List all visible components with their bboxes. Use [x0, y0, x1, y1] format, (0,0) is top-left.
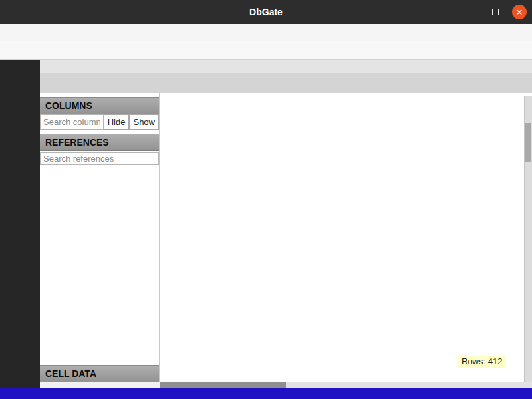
- columns-panel-header[interactable]: COLUMNS: [40, 97, 159, 114]
- window-controls: – ✕: [464, 0, 527, 24]
- references-panel-title: REFERENCES: [45, 137, 109, 148]
- rows-count-badge: Rows: 412: [458, 356, 506, 368]
- columns-panel-title: COLUMNS: [45, 100, 92, 111]
- status-bar: [0, 388, 532, 399]
- hide-button[interactable]: Hide: [104, 114, 130, 130]
- search-references-input[interactable]: [40, 152, 159, 165]
- vertical-scrollbar[interactable]: [524, 96, 532, 382]
- sidebar-icon-rail: [0, 60, 40, 388]
- vertical-scrollbar-thumb[interactable]: [525, 123, 531, 162]
- left-panel: COLUMNS Hide Show REFERENCES: [40, 93, 160, 382]
- title-bar: DbGate – ✕: [0, 0, 532, 24]
- dbgate-window: DbGate – ✕ COLUMNS Hide Show: [0, 0, 532, 399]
- maximize-icon[interactable]: [488, 5, 503, 19]
- horizontal-scrollbar[interactable]: [160, 382, 532, 388]
- search-columns-input[interactable]: [40, 114, 104, 130]
- show-button[interactable]: Show: [129, 114, 159, 130]
- window-title: DbGate: [0, 7, 532, 17]
- horizontal-scrollbar-strip: [40, 382, 532, 388]
- grid-header-row: [160, 96, 532, 112]
- cell-data-panel-header[interactable]: CELL DATA: [40, 365, 159, 382]
- minimize-icon[interactable]: –: [464, 5, 479, 19]
- tab-group-row: [40, 60, 532, 73]
- grid-rows: [160, 126, 532, 382]
- toolbar: [0, 41, 532, 60]
- horizontal-scrollbar-thumb[interactable]: [160, 382, 286, 388]
- data-grid: Rows: 412: [160, 93, 532, 382]
- menu-bar: [0, 24, 532, 41]
- grid-filter-row: [160, 112, 532, 126]
- cell-data-panel-title: CELL DATA: [45, 368, 96, 379]
- close-icon[interactable]: ✕: [512, 5, 527, 19]
- references-panel-header[interactable]: REFERENCES: [40, 134, 159, 151]
- tab-row: [40, 73, 532, 93]
